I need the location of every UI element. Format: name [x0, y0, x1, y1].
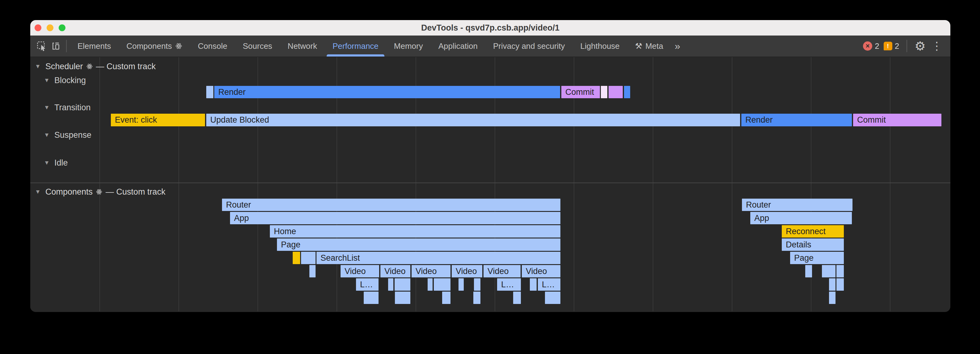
flame-bar-video[interactable]: Video	[340, 265, 379, 277]
flame-bar-l[interactable]: L…	[538, 278, 560, 291]
window-titlebar[interactable]: DevTools - qsvd7p.csb.app/video/1	[30, 20, 950, 35]
track-header-scheduler[interactable]: ▼ Scheduler — Custom track	[35, 61, 156, 72]
flame-bar[interactable]	[837, 265, 844, 277]
lane-transition[interactable]: ▼ Transition	[44, 102, 91, 113]
flame-bar[interactable]	[545, 292, 560, 304]
tab-lighthouse[interactable]: Lighthouse	[573, 35, 627, 57]
tab-components[interactable]: Components	[119, 35, 190, 57]
flame-bar-l[interactable]: L…	[356, 278, 379, 291]
flame-bar-video[interactable]: Video	[412, 265, 450, 277]
flame-bar-video[interactable]: Video	[452, 265, 482, 277]
flame-bar[interactable]	[473, 292, 480, 304]
flame-bar[interactable]	[837, 278, 844, 291]
track-suffix: — Custom track	[96, 62, 156, 71]
track-separator	[30, 183, 950, 183]
timeline-gridline	[653, 57, 653, 311]
flame-bar-update-blocked[interactable]: Update Blocked	[206, 114, 740, 126]
flame-bar[interactable]	[624, 86, 630, 98]
flame-bar[interactable]	[388, 278, 393, 291]
collapse-triangle-icon[interactable]: ▼	[35, 63, 42, 70]
device-toolbar-icon[interactable]	[49, 39, 63, 53]
flame-bar[interactable]	[434, 278, 450, 291]
lane-suspense[interactable]: ▼ Suspense	[44, 129, 91, 140]
toolbar-divider	[907, 40, 907, 52]
flame-bar[interactable]	[458, 278, 464, 291]
flame-bar[interactable]	[395, 278, 410, 291]
tab-label: Network	[288, 41, 317, 51]
flame-bar-video[interactable]: Video	[484, 265, 520, 277]
window-title: DevTools - qsvd7p.csb.app/video/1	[421, 23, 560, 33]
flame-bar-app[interactable]: App	[750, 212, 852, 224]
collapse-triangle-icon[interactable]: ▼	[44, 104, 51, 111]
flame-bar[interactable]	[395, 292, 410, 304]
warning-badge[interactable]: ! 2	[884, 41, 899, 51]
flame-bar[interactable]	[513, 292, 521, 304]
inspect-element-icon[interactable]	[35, 39, 49, 53]
settings-gear-icon[interactable]: ⚙	[915, 40, 926, 52]
tab-meta[interactable]: ⚒ Meta	[627, 35, 671, 57]
track-header-components[interactable]: ▼ Components — Custom track	[35, 186, 165, 198]
flame-bar-searchlist[interactable]: SearchList	[317, 252, 560, 264]
tab-network[interactable]: Network	[280, 35, 325, 57]
error-badge[interactable]: × 2	[863, 41, 879, 51]
error-icon: ×	[863, 41, 872, 51]
minimize-window-button[interactable]	[47, 24, 53, 31]
flame-bar-details[interactable]: Details	[782, 238, 844, 251]
flame-bar-video[interactable]: Video	[380, 265, 410, 277]
flame-bar[interactable]	[474, 278, 480, 291]
devtools-toolbar: Elements Components Console Sources Netw…	[30, 35, 950, 57]
flame-bar-page[interactable]: Page	[790, 252, 844, 264]
flame-bar[interactable]	[822, 265, 835, 277]
flame-bar[interactable]	[364, 292, 379, 304]
flame-bar-app[interactable]: App	[230, 212, 560, 224]
tab-sources[interactable]: Sources	[235, 35, 280, 57]
collapse-triangle-icon[interactable]: ▼	[44, 132, 51, 139]
tab-privacy-and-security[interactable]: Privacy and security	[485, 35, 573, 57]
flame-bar[interactable]	[609, 86, 623, 98]
devtools-window: DevTools - qsvd7p.csb.app/video/1 Elemen…	[30, 20, 950, 312]
flame-bar[interactable]	[601, 86, 607, 98]
flame-bar[interactable]	[829, 292, 835, 304]
close-window-button[interactable]	[35, 24, 41, 31]
tab-elements[interactable]: Elements	[70, 35, 119, 57]
flame-bar[interactable]	[530, 278, 537, 291]
collapse-triangle-icon[interactable]: ▼	[35, 188, 42, 195]
warning-icon: !	[884, 42, 892, 50]
flame-bar-reconnect[interactable]: Reconnect	[782, 225, 844, 238]
flame-bar-router[interactable]: Router	[222, 199, 560, 211]
flame-bar-video[interactable]: Video	[522, 265, 560, 277]
lane-idle[interactable]: ▼ Idle	[44, 157, 68, 168]
collapse-triangle-icon[interactable]: ▼	[44, 159, 51, 166]
flame-bar-commit[interactable]: Commit	[853, 114, 942, 126]
flame-bar-router[interactable]: Router	[742, 199, 853, 211]
flame-bar[interactable]	[829, 278, 835, 291]
collapse-triangle-icon[interactable]: ▼	[44, 77, 51, 84]
flame-bar[interactable]	[206, 86, 213, 98]
kebab-menu-icon[interactable]: ⋮	[930, 40, 943, 52]
timeline-gridline	[732, 57, 732, 311]
tab-memory[interactable]: Memory	[386, 35, 431, 57]
more-tabs-chevron-icon[interactable]: ››	[671, 40, 683, 52]
flame-bar[interactable]	[309, 265, 315, 277]
tab-application[interactable]: Application	[431, 35, 485, 57]
tab-console[interactable]: Console	[190, 35, 235, 57]
flame-bar[interactable]	[293, 252, 300, 264]
flame-bar-event-click[interactable]: Event: click	[111, 114, 205, 126]
lane-blocking[interactable]: ▼ Blocking	[44, 75, 86, 86]
flame-bar-commit[interactable]: Commit	[561, 86, 600, 98]
timeline-gridline	[99, 57, 100, 311]
flame-bar-l[interactable]: L…	[497, 278, 521, 291]
flame-bar[interactable]	[428, 278, 433, 291]
flame-bar-render[interactable]: Render	[741, 114, 852, 126]
zoom-window-button[interactable]	[59, 24, 65, 31]
track-title: Components	[45, 187, 92, 197]
flame-bar[interactable]	[301, 252, 315, 264]
tab-label: Performance	[332, 41, 379, 51]
flame-bar-render[interactable]: Render	[214, 86, 560, 98]
flame-bar[interactable]	[442, 292, 450, 304]
flame-bar-page[interactable]: Page	[277, 238, 560, 251]
flame-bar-home[interactable]: Home	[270, 225, 560, 238]
flame-bar[interactable]	[805, 265, 812, 277]
tab-performance[interactable]: Performance	[325, 35, 386, 57]
tab-label: Elements	[78, 41, 111, 51]
